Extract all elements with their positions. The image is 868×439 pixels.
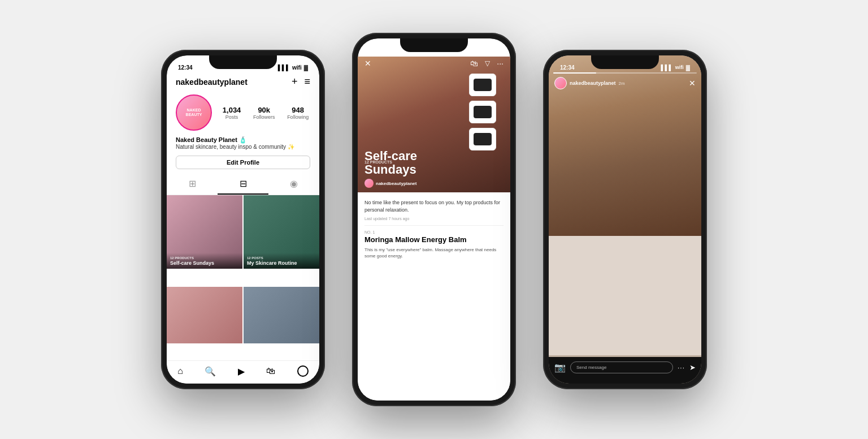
edit-profile-button[interactable]: Edit Profile (176, 156, 310, 169)
tab-bar: ⊞ ⊟ ◉ (167, 174, 319, 195)
phone-2: 12:34 ▌▌▌ wifi ▓ (352, 33, 516, 406)
notch-3 (591, 55, 659, 69)
nav-profile-icon[interactable] (297, 365, 309, 377)
camera-icon[interactable]: 📷 (554, 362, 566, 373)
guide-screen: 12:34 ▌▌▌ wifi ▓ (358, 38, 510, 401)
status-time-2: 12:34 (369, 48, 384, 54)
stat-following: 948 Following (287, 106, 309, 120)
story-user-info: nakedbeautyplanet 2m (554, 77, 625, 89)
guide-content: No time like the present to focus on you… (358, 192, 510, 401)
nav-home-icon[interactable]: ⌂ (177, 366, 183, 376)
close-icon[interactable]: ✕ (364, 59, 371, 68)
story-status-icons: ▌▌▌ wifi ▓ (661, 64, 690, 71)
posts-label: Posts (223, 114, 241, 120)
posts-count: 1,034 (223, 106, 241, 114)
guide-item-num: NO. 1 (364, 230, 504, 234)
stats: 1,034 Posts 90k Followers 948 Following (221, 106, 310, 120)
nav-reel-icon[interactable]: ▶ (238, 366, 245, 377)
nav-search-icon[interactable]: 🔍 (205, 366, 216, 377)
guide-username: nakedbeautyplanet (376, 181, 416, 186)
notch (209, 55, 277, 69)
grid-item-1[interactable]: 12 PRODUCTS Self-care Sundays (167, 195, 242, 269)
grid-title-2: My Skincare Routine (247, 260, 316, 266)
grid-overlay-1: 12 PRODUCTS Self-care Sundays (167, 253, 242, 269)
story-battery: ▓ (686, 64, 690, 71)
bio-name: Naked Beauty Planet 🧴 (176, 136, 310, 144)
stat-followers: 90k Followers (253, 106, 275, 120)
guide-author: nakedbeautyplanet (364, 179, 416, 188)
add-icon[interactable]: + (292, 76, 298, 88)
filter-icon[interactable]: ▽ (485, 59, 490, 67)
tab-grid[interactable]: ⊞ (167, 174, 218, 195)
menu-icon[interactable]: ≡ (304, 76, 310, 88)
story-message-input[interactable]: Send message (570, 361, 673, 373)
scene: 12:34 ▌▌▌ wifi ▓ nakedbeautyplanet + ≡ (138, 10, 730, 429)
status-icons-2: ▌▌▌ wifi ▓ (470, 48, 499, 54)
battery-icon: ▓ (304, 64, 308, 71)
status-icons: ▌▌▌ wifi ▓ (278, 64, 308, 71)
guide-description: No time like the present to focus on you… (364, 199, 504, 213)
story-progress-fill (553, 72, 596, 74)
bag-icon[interactable]: 🛍 (470, 59, 478, 68)
story-progress (553, 72, 697, 74)
wifi-icon: wifi (292, 64, 302, 71)
avatar[interactable]: NAKED BEAUTY (176, 94, 212, 131)
more-options-icon[interactable]: ··· (678, 364, 685, 372)
guide-title: Self-care Sundays (364, 149, 417, 177)
photo-grid: 12 PRODUCTS Self-care Sundays 12 POSTS M… (167, 195, 319, 360)
battery-2: ▓ (495, 48, 499, 54)
story-wifi: wifi (675, 64, 684, 70)
following-count: 948 (287, 106, 309, 114)
story-mid (549, 236, 701, 355)
grid-overlay-2: 12 POSTS My Skincare Routine (244, 253, 319, 269)
wifi-2: wifi (484, 48, 493, 53)
grid-tag-2: 12 POSTS (247, 256, 316, 260)
tab-tag[interactable]: ◉ (268, 174, 319, 195)
guide-updated: Last updated 7 hours ago (364, 217, 504, 221)
followers-label: Followers (253, 114, 275, 120)
guide-item-title: Moringa Mallow Energy Balm (364, 235, 504, 244)
story-screen: nakedbeautyplanet 2m ✕ 12 PRODUCTS Self-… (549, 55, 701, 384)
bio: Naked Beauty Planet 🧴 Natural skincare, … (167, 135, 319, 153)
avatar-line2: BEAUTY (186, 113, 202, 117)
guide-divider (364, 225, 504, 226)
grid-tag-1: 12 PRODUCTS (170, 256, 239, 260)
story-username: nakedbeautyplanet (570, 80, 616, 86)
bio-text: Natural skincare, beauty inspo & communi… (176, 144, 310, 150)
profile-screen: 12:34 ▌▌▌ wifi ▓ nakedbeautyplanet + ≡ (167, 55, 319, 384)
send-icon[interactable]: ➤ (689, 363, 696, 372)
guide-avatar (364, 179, 374, 188)
phone-3: nakedbeautyplanet 2m ✕ 12 PRODUCTS Self-… (543, 50, 707, 389)
bottom-nav: ⌂ 🔍 ▶ 🛍 (167, 360, 319, 384)
story-top-nav: nakedbeautyplanet 2m ✕ (549, 75, 701, 92)
grid-item-4[interactable] (244, 287, 319, 343)
grid-title-1: Self-care Sundays (170, 260, 239, 266)
notch-2 (400, 38, 468, 52)
stat-posts: 1,034 Posts (223, 106, 241, 120)
story-bottom-bar: 📷 Send message ··· ➤ (549, 357, 701, 384)
story-close-icon[interactable]: ✕ (689, 79, 696, 88)
story-user-avatar (554, 77, 567, 89)
grid-item-3[interactable] (167, 287, 242, 343)
profile-username: nakedbeautyplanet (176, 78, 248, 87)
signal-icon: ▌▌▌ (278, 64, 290, 71)
following-label: Following (287, 114, 309, 120)
followers-count: 90k (253, 106, 275, 114)
profile-header: nakedbeautyplanet + ≡ (167, 74, 319, 92)
guide-top-nav: ✕ 🛍 ▽ ··· (358, 57, 510, 70)
story-time: 2m (619, 81, 625, 86)
tab-guide[interactable]: ⊟ (218, 174, 268, 195)
profile-header-icons: + ≡ (292, 76, 310, 88)
story-signal: ▌▌▌ (661, 64, 672, 71)
nav-shop-icon[interactable]: 🛍 (266, 366, 275, 376)
phone-1: 12:34 ▌▌▌ wifi ▓ nakedbeautyplanet + ≡ (161, 50, 325, 389)
more-icon[interactable]: ··· (497, 59, 504, 68)
signal-2: ▌▌▌ (470, 48, 481, 54)
grid-item-2[interactable]: 12 POSTS My Skincare Routine (244, 195, 319, 269)
avatar-line1: NAKED (187, 108, 201, 112)
story-status-time: 12:34 (560, 64, 575, 71)
guide-hero: ✕ 🛍 ▽ ··· 12 PRODUCTS Self-care Sundays (358, 57, 510, 192)
profile-info: NAKED BEAUTY 1,034 Posts 90k Followers (167, 92, 319, 135)
status-time: 12:34 (178, 64, 193, 71)
guide-item-desc: This is my "use everywhere" balm. Massag… (364, 247, 504, 259)
